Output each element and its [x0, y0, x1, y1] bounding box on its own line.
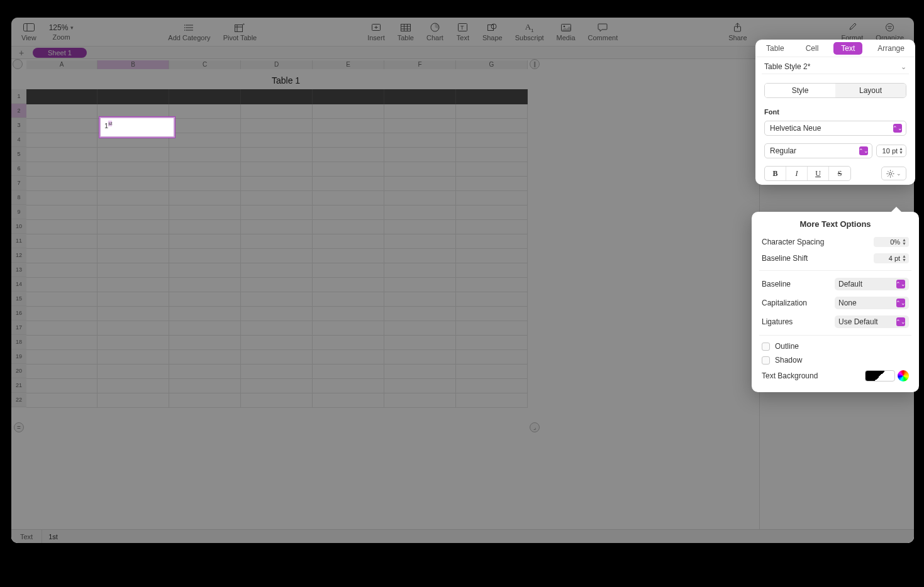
cell[interactable] [97, 365, 169, 379]
row-header[interactable]: 14 [11, 277, 26, 292]
cell[interactable] [26, 148, 97, 162]
cell[interactable] [169, 307, 241, 321]
table-title[interactable]: Table 1 [272, 75, 300, 85]
cell[interactable] [26, 177, 97, 191]
cell[interactable] [26, 191, 97, 206]
col-header-c[interactable]: C [169, 60, 241, 69]
row-header[interactable]: 6 [11, 162, 26, 176]
add-sheet-button[interactable]: + [15, 47, 28, 59]
row-header[interactable]: 2 [11, 104, 26, 118]
cell[interactable] [384, 249, 456, 263]
ligatures-select[interactable]: Use Default ⌃⌄ [835, 315, 909, 328]
cell[interactable] [384, 119, 456, 133]
cell[interactable] [456, 191, 528, 206]
cell[interactable] [313, 220, 384, 234]
cell[interactable] [456, 133, 528, 148]
row-header[interactable]: 3 [11, 118, 26, 133]
cell[interactable] [26, 162, 97, 177]
cell[interactable] [169, 234, 241, 249]
char-spacing-stepper[interactable]: 0% ▲▼ [874, 237, 909, 247]
add-category-button[interactable]: Add Category [162, 18, 216, 46]
cell[interactable] [97, 177, 169, 191]
row-header[interactable]: 13 [11, 263, 26, 277]
cell[interactable] [456, 393, 528, 408]
cell[interactable] [313, 177, 384, 191]
cell[interactable] [97, 379, 169, 393]
cell[interactable] [456, 321, 528, 336]
cell[interactable] [384, 379, 456, 393]
cell[interactable] [456, 177, 528, 191]
cell[interactable] [241, 220, 313, 234]
cell[interactable] [169, 119, 241, 133]
cell[interactable] [97, 307, 169, 321]
cell[interactable] [456, 307, 528, 321]
cell[interactable] [456, 365, 528, 379]
header-cell[interactable] [241, 89, 313, 104]
cell[interactable] [241, 177, 313, 191]
cell[interactable] [241, 206, 313, 220]
cell[interactable] [456, 119, 528, 133]
cell[interactable] [241, 133, 313, 148]
cell[interactable] [384, 350, 456, 365]
cell[interactable] [313, 191, 384, 206]
color-picker-button[interactable] [898, 370, 909, 381]
cell[interactable] [97, 220, 169, 234]
cell[interactable] [384, 104, 456, 119]
cell[interactable] [313, 292, 384, 307]
cell[interactable] [241, 350, 313, 365]
cell[interactable] [313, 350, 384, 365]
font-family-select[interactable]: Helvetica Neue ⌃⌄ [764, 121, 906, 136]
table-resize-handle[interactable]: ⌟ [530, 422, 540, 432]
cell[interactable] [384, 292, 456, 307]
cell[interactable] [169, 292, 241, 307]
cell[interactable] [456, 104, 528, 119]
row-header[interactable]: 18 [11, 335, 26, 349]
formula-bar-mode[interactable]: Text [11, 530, 42, 544]
col-header-e[interactable]: E [313, 60, 384, 69]
cell[interactable] [456, 148, 528, 162]
add-column-handle[interactable]: ‖ [530, 59, 540, 69]
cell[interactable] [456, 379, 528, 393]
table-origin-handle[interactable] [13, 59, 23, 69]
row-header[interactable]: 5 [11, 147, 26, 162]
cell[interactable] [169, 104, 241, 119]
inspector-tab-arrange[interactable]: Arrange [871, 41, 911, 55]
comment-button[interactable]: Comment [582, 18, 625, 46]
cell[interactable] [97, 162, 169, 177]
cell[interactable] [26, 350, 97, 365]
shape-button[interactable]: Shape [476, 18, 509, 46]
cell[interactable] [241, 393, 313, 408]
cell[interactable] [456, 350, 528, 365]
cell[interactable] [241, 336, 313, 350]
row-header[interactable]: 20 [11, 364, 26, 378]
row-header[interactable]: 7 [11, 176, 26, 190]
cell[interactable] [241, 148, 313, 162]
cell[interactable] [26, 249, 97, 263]
cell[interactable] [313, 162, 384, 177]
cell[interactable] [169, 162, 241, 177]
inspector-tab-text[interactable]: Text [833, 42, 862, 55]
table-button[interactable]: Table [391, 18, 420, 46]
cell[interactable] [384, 321, 456, 336]
font-weight-select[interactable]: Regular ⌃⌄ [764, 143, 872, 158]
subscript-button[interactable]: A1 Subscript [509, 18, 550, 46]
cell[interactable] [241, 191, 313, 206]
cell[interactable] [26, 104, 97, 119]
shadow-checkbox[interactable] [762, 356, 770, 365]
cell[interactable] [169, 336, 241, 350]
cell[interactable] [384, 263, 456, 278]
row-header[interactable]: 16 [11, 306, 26, 321]
cell[interactable] [313, 263, 384, 278]
text-button[interactable]: T Text [450, 18, 476, 46]
cell[interactable] [313, 148, 384, 162]
cell[interactable] [241, 307, 313, 321]
baseline-shift-stepper[interactable]: 4 pt ▲▼ [874, 253, 909, 263]
cell[interactable] [26, 119, 97, 133]
italic-button[interactable]: I [786, 167, 808, 180]
cell[interactable] [169, 220, 241, 234]
cell[interactable] [97, 278, 169, 292]
underline-button[interactable]: U [808, 167, 829, 180]
formula-bar-value[interactable]: 1st [42, 533, 64, 540]
cell[interactable] [384, 220, 456, 234]
media-button[interactable]: Media [550, 18, 582, 46]
